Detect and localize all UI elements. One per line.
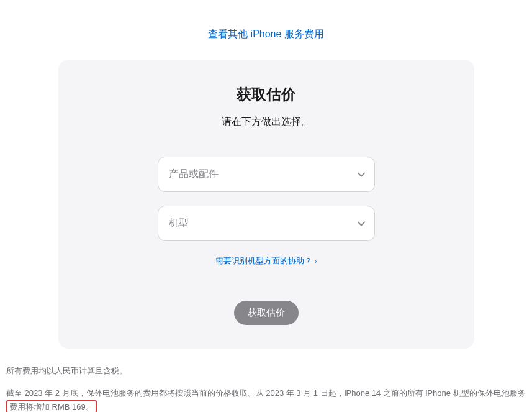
model-select[interactable]: 机型 xyxy=(158,206,375,241)
product-select-placeholder: 产品或配件 xyxy=(169,168,219,181)
product-select[interactable]: 产品或配件 xyxy=(158,157,375,192)
model-select-placeholder: 机型 xyxy=(169,217,189,230)
product-select-wrap: 产品或配件 xyxy=(158,157,375,192)
footer-line1: 所有费用均以人民币计算且含税。 xyxy=(6,364,526,378)
card-title: 获取估价 xyxy=(89,85,443,104)
top-link-container: 查看其他 iPhone 服务费用 xyxy=(6,0,526,60)
get-estimate-button[interactable]: 获取估价 xyxy=(234,301,299,325)
other-services-link[interactable]: 查看其他 iPhone 服务费用 xyxy=(208,29,324,39)
help-identify-link[interactable]: 需要识别机型方面的协助？› xyxy=(215,256,317,265)
help-link-container: 需要识别机型方面的协助？› xyxy=(89,255,443,267)
model-select-wrap: 机型 xyxy=(158,206,375,241)
estimate-card: 获取估价 请在下方做出选择。 产品或配件 机型 需要识别机型方面的协助？› 获取… xyxy=(58,60,474,349)
help-link-label: 需要识别机型方面的协助？ xyxy=(215,256,312,265)
footer-line2: 截至 2023 年 2 月底，保外电池服务的费用都将按照当前的价格收取。从 20… xyxy=(6,387,526,412)
card-subtitle: 请在下方做出选择。 xyxy=(89,116,443,129)
highlight-box: 费用将增加 RMB 169。 xyxy=(6,400,97,412)
chevron-right-icon: › xyxy=(315,257,317,265)
footer-line2-part1: 截至 2023 年 2 月底，保外电池服务的费用都将按照当前的价格收取。从 20… xyxy=(6,388,526,398)
footer-text: 所有费用均以人民币计算且含税。 截至 2023 年 2 月底，保外电池服务的费用… xyxy=(6,364,526,412)
